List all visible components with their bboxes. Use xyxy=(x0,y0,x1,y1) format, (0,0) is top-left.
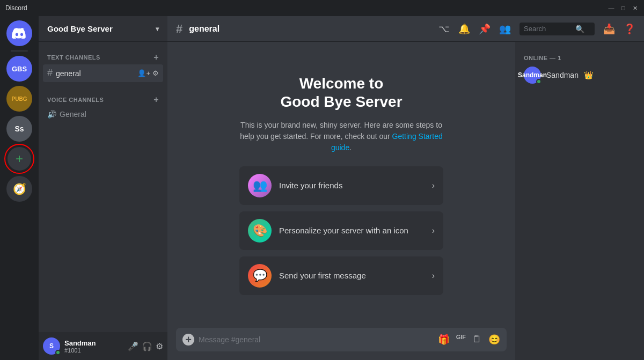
gift-icon[interactable]: 🎁 xyxy=(438,334,450,346)
user-discriminator: #1001 xyxy=(64,347,123,354)
server-list: GBS PUBG Ss + 🧭 xyxy=(0,16,39,360)
search-input[interactable] xyxy=(524,25,572,33)
emoji-picker-icon[interactable]: 😊 xyxy=(488,334,500,346)
personalize-label: Personalize your server with an icon xyxy=(279,226,425,235)
compass-icon: 🧭 xyxy=(13,182,26,195)
voice-channels-category[interactable]: VOICE CHANNELS + xyxy=(43,93,163,107)
deafen-headphones-button[interactable]: 🎧 xyxy=(142,341,152,351)
help-icon[interactable]: ❓ xyxy=(624,23,635,35)
channel-header-actions: ⌥ 🔔 📌 👥 🔍 📥 ❓ xyxy=(438,23,635,35)
channel-name-general: general xyxy=(56,69,134,78)
sticker-icon[interactable]: 🗒 xyxy=(472,334,482,346)
search-icon: 🔍 xyxy=(575,25,584,33)
user-info: Sandman #1001 xyxy=(64,339,123,354)
channel-hash-icon: # xyxy=(47,68,53,79)
server-icon-gbs[interactable]: GBS xyxy=(6,56,32,82)
member-item-sandman[interactable]: Sandman Sandman 👑 xyxy=(519,63,640,87)
add-voice-channel-icon[interactable]: + xyxy=(153,95,159,105)
channel-header: # general ⌥ 🔔 📌 👥 🔍 📥 ❓ xyxy=(167,16,644,42)
welcome-title: Welcome to Good Bye Server xyxy=(280,75,402,111)
voice-channels-section: VOICE CHANNELS + 🔊 General xyxy=(39,84,167,124)
send-message-chevron-icon: › xyxy=(432,271,435,281)
personalize-emoji: 🎨 xyxy=(253,224,267,238)
text-channels-label: TEXT CHANNELS xyxy=(47,54,100,61)
channel-action-icons: 👤+ ⚙ xyxy=(137,69,159,77)
add-server-button[interactable]: + xyxy=(6,146,32,172)
message-input-area: + 🎁 GIF 🗒 😊 xyxy=(167,328,515,360)
personalize-chevron-icon: › xyxy=(432,226,435,236)
window-controls: — □ ✕ xyxy=(608,4,639,12)
channel-sidebar: Good Bye Server ▾ TEXT CHANNELS + # gene… xyxy=(39,16,167,360)
server-dropdown-icon: ▾ xyxy=(156,25,159,33)
invite-emoji: 👥 xyxy=(253,179,267,193)
voice-channels-label: VOICE CHANNELS xyxy=(47,97,104,103)
text-channels-category[interactable]: TEXT CHANNELS + xyxy=(43,50,163,64)
minimize-button[interactable]: — xyxy=(608,4,615,12)
message-input-icons: 🎁 GIF 🗒 😊 xyxy=(438,334,500,346)
server-header[interactable]: Good Bye Server ▾ xyxy=(39,16,167,42)
server-icon-ss[interactable]: Ss xyxy=(6,116,32,142)
message-input[interactable] xyxy=(199,335,434,344)
server-icon-pubg-label: PUBG xyxy=(12,96,27,102)
channel-item-general[interactable]: # general 👤+ ⚙ xyxy=(43,64,163,82)
user-avatar-initials: S xyxy=(49,342,54,350)
online-category-label: ONLINE — 1 xyxy=(519,50,640,63)
discord-home-button[interactable] xyxy=(6,20,32,46)
send-message-label: Send your first message xyxy=(279,271,425,280)
online-status-dot xyxy=(55,350,61,355)
user-panel: S Sandman #1001 🎤 🎧 ⚙ xyxy=(39,332,167,360)
voice-channel-name: General xyxy=(60,110,159,119)
message-input-bar: + 🎁 GIF 🗒 😊 xyxy=(176,328,507,351)
chat-area: Welcome to Good Bye Server This is your … xyxy=(167,42,644,360)
invite-friends-label: Invite your friends xyxy=(279,181,425,190)
welcome-line1: Welcome to xyxy=(299,75,384,92)
invite-friends-action[interactable]: 👥 Invite your friends › xyxy=(239,166,443,205)
search-bar[interactable]: 🔍 xyxy=(519,23,595,35)
username: Sandman xyxy=(64,339,123,347)
user-avatar: S xyxy=(43,337,60,355)
main-content: # general ⌥ 🔔 📌 👥 🔍 📥 ❓ xyxy=(167,16,644,360)
member-online-dot xyxy=(536,79,541,84)
user-settings-button[interactable]: ⚙ xyxy=(156,341,163,351)
text-channels-section: TEXT CHANNELS + # general 👤+ ⚙ xyxy=(39,42,167,84)
invite-icon[interactable]: 👤+ xyxy=(137,69,150,77)
server-icon-ss-label: Ss xyxy=(14,124,24,133)
maximize-button[interactable]: □ xyxy=(619,4,627,12)
mute-microphone-button[interactable]: 🎤 xyxy=(128,341,138,351)
personalize-server-action[interactable]: 🎨 Personalize your server with an icon › xyxy=(239,211,443,250)
send-message-icon: 💬 xyxy=(248,264,272,288)
member-list-toggle-icon[interactable]: 👥 xyxy=(499,23,511,35)
action-list: 👥 Invite your friends › 🎨 Personalize yo… xyxy=(239,166,443,295)
server-icon-pubg[interactable]: PUBG xyxy=(6,86,32,112)
add-server-icon: + xyxy=(16,151,23,166)
notification-icon[interactable]: 🔔 xyxy=(458,23,470,35)
welcome-container: Welcome to Good Bye Server This is your … xyxy=(167,42,515,328)
inbox-icon[interactable]: 📥 xyxy=(603,23,615,35)
welcome-description: This is your brand new, shiny server. He… xyxy=(239,120,443,153)
app-container: GBS PUBG Ss + 🧭 Good Bye Server ▾ TEXT C… xyxy=(0,16,644,360)
server-divider xyxy=(11,50,28,52)
member-crown-icon: 👑 xyxy=(584,71,593,79)
attach-file-button[interactable]: + xyxy=(182,334,194,346)
threads-icon[interactable]: ⌥ xyxy=(438,23,450,35)
settings-icon[interactable]: ⚙ xyxy=(152,69,159,77)
send-message-action[interactable]: 💬 Send your first message › xyxy=(239,256,443,295)
pin-icon[interactable]: 📌 xyxy=(479,23,491,35)
gif-icon[interactable]: GIF xyxy=(456,334,466,346)
server-icon-gbs-label: GBS xyxy=(12,65,27,73)
invite-chevron-icon: › xyxy=(432,181,435,190)
member-list: ONLINE — 1 Sandman Sandman 👑 xyxy=(515,42,644,360)
close-button[interactable]: ✕ xyxy=(631,4,639,12)
titlebar: Discord — □ ✕ xyxy=(0,0,644,16)
server-name: Good Bye Server xyxy=(47,24,113,33)
member-avatar-initials: Sandman xyxy=(518,71,547,79)
user-controls: 🎤 🎧 ⚙ xyxy=(128,341,163,351)
channel-header-hash-icon: # xyxy=(176,22,182,36)
voice-channel-general[interactable]: 🔊 General xyxy=(43,107,163,122)
speaker-icon: 🔊 xyxy=(47,110,56,119)
welcome-line2: Good Bye Server xyxy=(280,93,402,110)
send-message-emoji: 💬 xyxy=(253,269,267,283)
chat-main: Welcome to Good Bye Server This is your … xyxy=(167,42,515,360)
add-text-channel-icon[interactable]: + xyxy=(153,53,159,62)
explore-servers-button[interactable]: 🧭 xyxy=(6,176,32,202)
